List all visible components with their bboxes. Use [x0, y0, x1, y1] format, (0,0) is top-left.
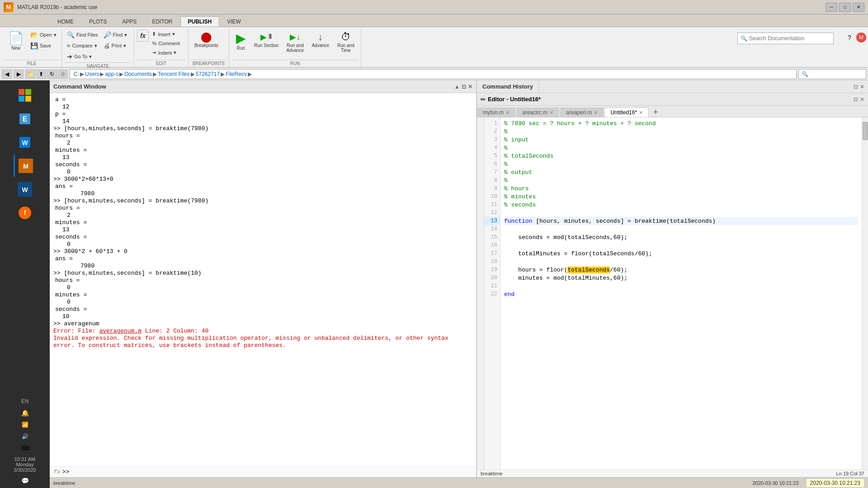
editor-tab-add[interactable]: +: [650, 108, 662, 117]
nav-icon-2[interactable]: ⬆: [36, 70, 46, 79]
history-close-icon[interactable]: ✕: [860, 84, 864, 90]
command-history-tab[interactable]: Command History: [477, 81, 539, 92]
breakpoints-button[interactable]: ⬤ Breakpoints: [191, 30, 222, 50]
tab-editor[interactable]: EDITOR: [144, 16, 180, 27]
search-documentation[interactable]: 🔍: [737, 33, 834, 44]
nav-icon-4[interactable]: ☆: [58, 70, 68, 79]
goto-button[interactable]: ➜ Go To ▾: [65, 52, 100, 61]
editor-tab-areaperi[interactable]: areaperi.m ✕: [560, 108, 604, 117]
matlab-icon: M: [4, 2, 14, 12]
nav-icon-1[interactable]: 📁: [25, 70, 35, 79]
comment-button[interactable]: % Comment: [150, 39, 182, 47]
editor-scrollbar[interactable]: [862, 117, 868, 469]
nav-icon-3[interactable]: ↻: [47, 70, 57, 79]
path-segment-5[interactable]: Tencent Files: [158, 71, 190, 77]
cmd-line: ans =: [53, 183, 472, 190]
cmd-line: minutes =: [53, 291, 472, 298]
cmd-scroll-up-icon[interactable]: ▲: [454, 84, 460, 90]
indent-button[interactable]: ⇥ Indent ▾: [150, 48, 182, 57]
path-sep-2: ▶: [100, 71, 104, 77]
path-segment-3[interactable]: app-s: [105, 71, 118, 77]
code-area[interactable]: % 7890 sec = ? hours + ? minutes + ? sec…: [500, 117, 862, 469]
run-and-advance-button[interactable]: ▶↓ Run andAdvance: [283, 30, 307, 55]
find-files-button[interactable]: 🔍 Find Files: [65, 30, 100, 40]
nav-bar: ◀ ▶ 📁 ⬆ ↻ ☆ C: ▶ Users ▶ app-s ▶ Documen…: [0, 68, 868, 80]
open-button[interactable]: 📂 Open ▾: [28, 30, 59, 40]
history-expand-icon[interactable]: ⊡: [854, 84, 858, 90]
help-icon[interactable]: ?: [844, 33, 854, 42]
compare-button[interactable]: ≈ Compare ▾: [65, 41, 100, 51]
editor-tab-areacirc[interactable]: areacirc.m ✕: [516, 108, 559, 117]
ribbon-tabs: HOME PLOTS APPS EDITOR PUBLISH VIEW: [0, 14, 868, 27]
taskbar-notification-icon[interactable]: 💬: [16, 475, 34, 486]
advance-button[interactable]: ↓ Advance: [308, 30, 332, 50]
editor-status: breaktime Ln 19 Col 37: [477, 469, 868, 477]
nav-search[interactable]: [798, 69, 866, 79]
command-window-header: Command Window ▲ ⊡ ✕: [50, 80, 476, 93]
tab-plots[interactable]: PLOTS: [81, 16, 114, 27]
svg-rect-2: [19, 96, 24, 102]
close-button[interactable]: ✕: [853, 3, 864, 12]
path-segment-6[interactable]: 57262717: [196, 71, 220, 77]
title-text: MATLAB R2019b - academic use: [17, 4, 97, 10]
run-button[interactable]: ▶ Run: [232, 30, 250, 53]
path-segment-7[interactable]: FileRecv: [226, 71, 247, 77]
taskbar-kb-icon[interactable]: EN: [16, 396, 34, 407]
save-button[interactable]: 💾 Save: [28, 41, 59, 51]
maximize-button[interactable]: □: [839, 3, 851, 12]
tab-close-myfun[interactable]: ✕: [505, 110, 509, 116]
run-section-button[interactable]: ▶ ▮ Run Section: [251, 30, 282, 50]
editor-tab-untitled16[interactable]: Untitled16* ✕: [604, 108, 649, 117]
back-button[interactable]: ◀: [2, 70, 12, 79]
cmd-line: >> 3600*2+60*13+0: [53, 176, 472, 183]
path-segment-1[interactable]: C:: [74, 71, 79, 77]
cmd-line: hours =: [53, 205, 472, 211]
minimize-button[interactable]: ─: [826, 3, 837, 12]
search-input[interactable]: [749, 35, 830, 42]
cmd-input[interactable]: [71, 469, 472, 475]
find-button[interactable]: 🔎 Find ▾: [101, 30, 129, 40]
taskbar-sound-icon[interactable]: 🔊: [16, 431, 34, 442]
new-button[interactable]: 📄 New: [5, 30, 27, 53]
svg-text:W: W: [22, 186, 28, 193]
search-icon: 🔍: [741, 35, 747, 42]
taskbar-network-icon[interactable]: 📶: [16, 419, 34, 430]
sidebar-icon-4[interactable]: f: [14, 202, 36, 224]
cmd-close-icon[interactable]: ✕: [468, 84, 472, 90]
path-sep-1: ▶: [80, 71, 84, 77]
forward-button[interactable]: ▶: [14, 70, 24, 79]
sidebar-icon-3[interactable]: W: [14, 178, 36, 201]
svg-text:M: M: [23, 163, 28, 170]
tab-home[interactable]: HOME: [50, 16, 81, 27]
editor-tab-myfun[interactable]: myfun.m ✕: [477, 108, 515, 117]
print-button[interactable]: 🖨 Print ▾: [101, 41, 129, 51]
path-segment-2[interactable]: Users: [85, 71, 99, 77]
community-icon[interactable]: M: [856, 33, 866, 42]
code-line-14: [504, 225, 858, 233]
tab-apps[interactable]: APPS: [114, 16, 144, 27]
cmd-expand-icon[interactable]: ⊡: [462, 84, 466, 90]
scroll-thumb[interactable]: [863, 122, 868, 140]
tab-close-areaperi[interactable]: ✕: [594, 110, 598, 116]
tab-publish[interactable]: PUBLISH: [180, 16, 220, 27]
code-line-7: % output: [504, 168, 858, 176]
sidebar-start-icon[interactable]: [14, 84, 36, 107]
tab-close-areacirc[interactable]: ✕: [549, 110, 553, 116]
editor-expand-icon[interactable]: ⊡: [854, 96, 858, 103]
sidebar-icon-2[interactable]: W: [14, 131, 36, 154]
code-line-1: % 7890 sec = ? hours + ? minutes + ? sec…: [504, 119, 858, 127]
fx-button[interactable]: fx: [137, 30, 149, 42]
taskbar-keyboard-icon[interactable]: ⌨: [16, 443, 34, 454]
sidebar-icon-1[interactable]: E: [14, 108, 36, 130]
path-segment-4[interactable]: Documents: [124, 71, 152, 77]
code-line-22: end: [504, 290, 858, 298]
taskbar-antivirus-icon[interactable]: 🔔: [16, 408, 34, 418]
run-and-time-button[interactable]: ⏱ Run andTime: [333, 30, 358, 55]
sidebar-icon-matlab[interactable]: M: [14, 155, 36, 177]
editor-close-icon[interactable]: ✕: [860, 96, 864, 103]
tab-view[interactable]: VIEW: [219, 16, 249, 27]
cmd-prompt-symbol: >>: [62, 469, 70, 475]
insert-button[interactable]: ⬆ Insert ▾: [150, 30, 182, 38]
nav-search-input[interactable]: [802, 71, 860, 77]
tab-close-untitled16[interactable]: ✕: [639, 110, 643, 116]
